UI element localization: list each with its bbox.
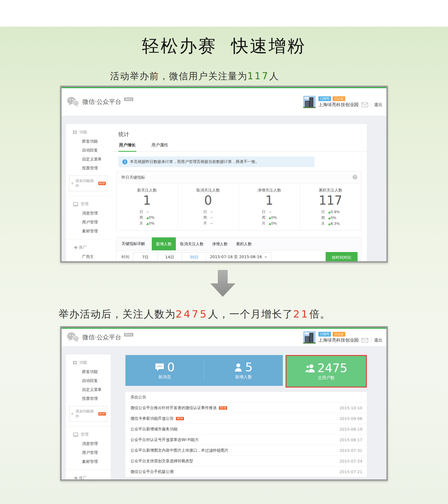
sidebar-item-user-manage[interactable]: 用户管理: [66, 218, 111, 227]
metric-label: 新关注人数: [116, 188, 178, 193]
account-row: 上海绿亮科技创业园 退出: [318, 337, 382, 343]
megaphone-icon: [74, 476, 76, 480]
stat-label: 新消息: [158, 374, 171, 380]
detail-tab-total[interactable]: 累积人数: [232, 237, 256, 250]
period-label: 月: [139, 221, 143, 227]
range-14d-button[interactable]: 14日: [157, 252, 182, 262]
inbox-icon: [73, 433, 78, 437]
stat-value: 5: [245, 361, 253, 373]
sidebar-item-vote-manage[interactable]: 投票管理: [66, 164, 111, 173]
stats-tabs: 用户增长 用户属性: [111, 143, 367, 151]
sidebar-item-message-manage[interactable]: 消息管理: [66, 439, 111, 448]
stat-new-users[interactable]: 5 新增人数: [204, 355, 283, 386]
announcement-title: 公众平台对认证号开放菜单连Wi-Fi能力: [130, 437, 199, 442]
wechat-logo-icon: [67, 332, 80, 343]
period-value: 0%: [149, 215, 155, 220]
announcement-row[interactable]: 微信公众平台推出针对开发者的微信认证事件推送 NEW 2015-10-10: [125, 403, 367, 413]
sidebar-item-custom-menu[interactable]: 自定义菜单: [66, 155, 111, 164]
add-plugin-button[interactable]: + 添加功能插件 NEW: [69, 406, 107, 422]
account-row: 上海绿亮科技创业园 退出: [318, 102, 382, 108]
sidebar-section-functions: 功能 群发功能 自动回复 自定义菜单 投票管理 + 添加功能插件 NEW: [66, 354, 111, 426]
announcement-row[interactable]: 微信公众平台手机版公测 2015-07-21: [125, 466, 367, 477]
announcement-row[interactable]: 公众平台新增图文内容中图片上传接口，并过滤外链图片 2015-07-31: [125, 445, 367, 456]
stat-label: 总用户数: [318, 375, 335, 381]
help-icon[interactable]: ?: [353, 175, 357, 179]
account-name: 上海绿亮科技创业园: [318, 102, 359, 108]
subtitle-after-suffix: 倍。: [309, 308, 331, 320]
tab-user-growth[interactable]: 用户增长: [118, 143, 136, 152]
tab-user-attributes[interactable]: 用户属性: [151, 143, 169, 151]
stat-total-users[interactable]: 2475 总用户数: [286, 356, 366, 387]
period-value: --: [146, 210, 149, 214]
sidebar-item-advertiser[interactable]: 广告主: [66, 252, 111, 261]
sidebar-item-vote-manage[interactable]: 投票管理: [66, 394, 111, 403]
period-value: 0%: [271, 215, 277, 220]
sidebar-item-traffic-owner[interactable]: 流量主: [66, 261, 111, 263]
plus-icon: +: [71, 181, 74, 186]
date-range-select[interactable]: 2015-07-18 至 2015-08-16: [206, 252, 271, 262]
envelope-icon[interactable]: [361, 338, 368, 343]
people-icon: [305, 364, 315, 372]
sidebar-item-message-manage[interactable]: 消息管理: [66, 209, 111, 218]
sidebar-item-auto-reply[interactable]: 自动回复: [66, 146, 111, 155]
sidebar-item-user-manage[interactable]: 用户管理: [66, 448, 111, 457]
chevron-down-icon: [264, 256, 267, 258]
logout-button[interactable]: 退出: [374, 102, 382, 108]
announcement-row[interactable]: 微信卡券新功能开放公告 NEW 2015-09-08: [125, 413, 367, 424]
metric-stats: 日-- 周▲0% 月▲0%: [139, 209, 155, 227]
announcement-title: 公众平台新增城市服务功能: [130, 427, 178, 432]
sidebar-section-manage: 管理 消息管理 用户管理 素材管理: [66, 426, 111, 470]
add-plugin-button[interactable]: + 添加功能插件 NEW: [69, 176, 107, 191]
announcement-date: 2015-09-08: [340, 416, 362, 421]
announcement-title: 微信公众平台手机版公测: [130, 469, 174, 474]
notice-bar: i 本页根据昨日数据来计算，而用户管理页根据当前数据计算，两者不一致。: [118, 157, 314, 167]
sidebar-item-material-manage[interactable]: 素材管理: [66, 227, 111, 236]
megaphone-icon: [74, 246, 76, 249]
period-label: 月: [321, 221, 325, 227]
beta-badge: Beta: [124, 333, 133, 337]
period-value: 0%: [271, 221, 277, 225]
subtitle-before-count: 117: [248, 71, 269, 81]
period-label: 周: [262, 215, 265, 221]
range-30d-button[interactable]: 30日: [182, 252, 206, 262]
section-head-promotion: 推广: [66, 243, 111, 252]
sidebar: 功能 群发功能 自动回复 自定义菜单 投票管理 + 添加功能插件 NEW 管理 …: [66, 354, 111, 479]
detail-tab-unfollowers[interactable]: 取消关注人数: [176, 237, 208, 250]
sidebar-item-auto-reply[interactable]: 自动回复: [66, 376, 111, 385]
announcement-date: 2015-07-21: [340, 470, 362, 474]
announcement-row[interactable]: 公众平台支持原创文章选择转载类型 2015-07-24: [125, 456, 367, 466]
sidebar-item-mass-send[interactable]: 群发功能: [66, 367, 111, 376]
announcement-date: 2015-08-17: [340, 438, 362, 442]
stat-new-messages[interactable]: 0 新消息: [125, 355, 204, 386]
sidebar-item-custom-menu[interactable]: 自定义菜单: [66, 385, 111, 394]
sidebar-item-material-manage[interactable]: 素材管理: [66, 457, 111, 466]
sidebar-section-promotion: 推广 广告主: [66, 470, 111, 481]
range-7d-button[interactable]: 7日: [133, 252, 158, 262]
section-head-functions: 功能: [66, 358, 111, 367]
compare-by-time-button[interactable]: 按时间对比: [326, 252, 358, 263]
subtitle-before-prefix: 活动举办前，微信用户关注量为: [110, 71, 248, 81]
sidebar: 功能 群发功能 自动回复 自定义菜单 投票管理 + 添加功能插件 NEW 管理 …: [66, 124, 111, 261]
section-title: 管理: [81, 432, 88, 437]
announcement-row[interactable]: 公众平台对认证号开放菜单连Wi-Fi能力 2015-08-17: [125, 435, 367, 445]
envelope-icon[interactable]: [361, 102, 368, 107]
metrics-row: 新关注人数 1 日-- 周▲0% 月▲0% 取消关注人数 0: [116, 183, 361, 230]
time-filter-row: 时间 7日 14日 30日 2015-07-18 至 2015-08-16 按时…: [116, 251, 361, 263]
time-label: 时间: [122, 255, 129, 260]
message-icon: [155, 363, 164, 371]
announcement-row[interactable]: 公众平台新增城市服务功能 2015-08-19: [125, 424, 367, 435]
sidebar-item-mass-send[interactable]: 群发功能: [66, 137, 111, 146]
metric-value: 1: [116, 194, 178, 207]
subtitle-after: 举办活动后，关注人数为2475人，一个月增长了21倍。: [0, 307, 389, 321]
down-arrow-graphic: [210, 270, 236, 297]
detail-tab-new-followers[interactable]: 新增人数: [152, 237, 176, 250]
period-label: 月: [262, 221, 265, 227]
add-plugin-label: 添加功能插件: [76, 178, 97, 188]
yesterday-metrics-panel: 昨日关键指标 ? 新关注人数 1 日-- 周▲0% 月▲0%: [116, 171, 361, 230]
period-value: 8.3%: [330, 221, 340, 226]
period-label: 月: [203, 220, 207, 226]
metric-new-followers: 新关注人数 1 日-- 周▲0% 月▲0%: [116, 183, 178, 230]
section-title: 管理: [81, 202, 88, 207]
logout-button[interactable]: 退出: [374, 338, 382, 343]
detail-tab-net-growth[interactable]: 净增人数: [208, 237, 232, 250]
